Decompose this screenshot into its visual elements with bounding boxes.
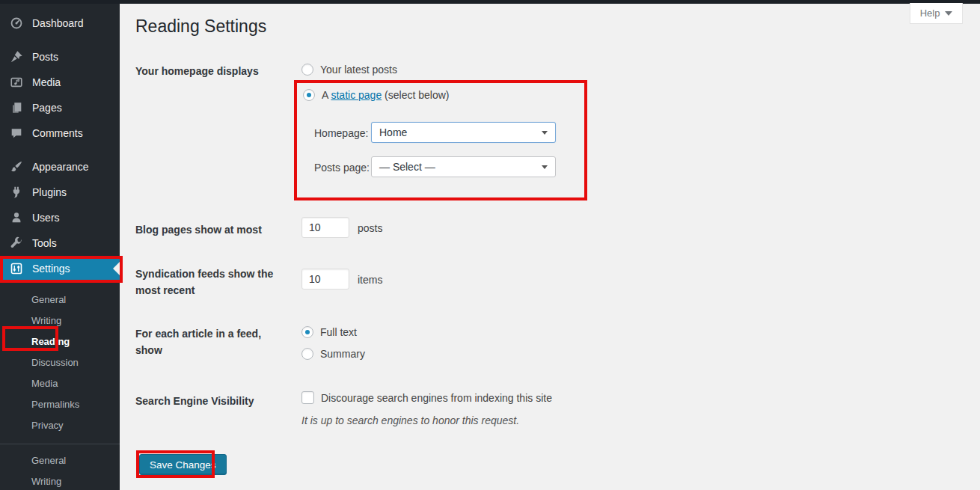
sidebar-item-label: Comments <box>32 127 83 139</box>
comment-bubble-icon <box>10 126 23 140</box>
submenu-item-writing-2[interactable]: Writing <box>0 471 120 490</box>
sidebar-item-label: Appearance <box>32 161 89 173</box>
submenu-item-discussion[interactable]: Discussion <box>0 352 120 373</box>
paintbrush-icon <box>10 160 23 174</box>
full-text-radio[interactable] <box>301 326 313 338</box>
plug-icon <box>10 186 23 199</box>
discourage-indexing-label: Discourage search engines from indexing … <box>321 392 552 404</box>
submenu-label: Permalinks <box>31 399 79 410</box>
submenu-item-permalinks[interactable]: Permalinks <box>0 393 120 414</box>
help-dropdown-button[interactable]: Help <box>910 3 963 24</box>
submenu-label: Writing <box>31 315 61 326</box>
sidebar-item-label: Plugins <box>32 186 67 198</box>
select-caret-icon <box>542 131 548 135</box>
sidebar-item-users[interactable]: Users <box>0 205 120 230</box>
help-label: Help <box>920 7 940 19</box>
syndication-input[interactable] <box>301 269 349 290</box>
sidebar-item-label: Media <box>32 76 61 88</box>
posts-page-select-value: — Select — <box>379 161 435 173</box>
sidebar-item-posts[interactable]: Posts <box>0 44 120 70</box>
latest-posts-label: Your latest posts <box>320 64 397 76</box>
user-icon <box>10 211 23 224</box>
wordpress-admin-screen: Dashboard Posts Media Pages Comments <box>0 0 980 490</box>
sidebar-item-settings[interactable]: Settings <box>0 256 120 281</box>
sidebar-item-label: Settings <box>32 263 70 275</box>
submenu-label: General <box>31 455 66 466</box>
sidebar-item-label: Users <box>32 212 60 224</box>
static-suffix: (select below) <box>382 89 449 101</box>
sidebar-item-label: Tools <box>32 237 57 249</box>
static-page-radio-row: A static page (select below) <box>303 89 449 101</box>
sidebar-item-pages[interactable]: Pages <box>0 95 120 120</box>
homepage-select-label: Homepage: <box>314 127 368 139</box>
sidebar-item-plugins[interactable]: Plugins <box>0 180 120 205</box>
blog-pages-label: Blog pages show at most <box>135 221 281 238</box>
latest-posts-radio[interactable] <box>301 64 313 76</box>
select-caret-icon <box>542 165 548 169</box>
syndication-label: Syndication feeds show the most recent <box>135 266 281 299</box>
sidebar-item-tools[interactable]: Tools <box>0 230 120 256</box>
submenu-label: Writing <box>31 476 61 487</box>
submenu-item-privacy[interactable]: Privacy <box>0 414 120 435</box>
submenu-label: Reading <box>31 336 70 347</box>
homepage-select[interactable]: Home <box>371 122 556 143</box>
dashboard-gauge-icon <box>10 16 23 30</box>
blog-pages-unit: posts <box>358 222 382 234</box>
sidebar-item-comments[interactable]: Comments <box>0 120 120 146</box>
full-text-radio-row: Full text <box>301 326 357 338</box>
sidebar-item-appearance[interactable]: Appearance <box>0 154 120 180</box>
sidebar-divider <box>0 444 120 444</box>
summary-label: Summary <box>320 348 365 360</box>
discourage-indexing-checkbox[interactable] <box>301 391 314 404</box>
submenu-label: Media <box>31 378 58 389</box>
pages-icon <box>10 101 23 114</box>
latest-posts-radio-row: Your latest posts <box>301 64 397 76</box>
static-prefix: A <box>322 89 331 101</box>
posts-page-select[interactable]: — Select — <box>371 156 556 177</box>
search-visibility-label: Search Engine Visibility <box>135 393 281 409</box>
admin-topbar <box>0 0 980 4</box>
static-page-radio[interactable] <box>303 89 315 101</box>
homepage-displays-label: Your homepage displays <box>135 63 281 79</box>
submenu-item-reading[interactable]: Reading <box>0 331 120 352</box>
submenu-item-media[interactable]: Media <box>0 373 120 393</box>
admin-sidebar: Dashboard Posts Media Pages Comments <box>0 4 120 490</box>
homepage-select-value: Home <box>379 126 407 138</box>
blog-pages-input[interactable] <box>301 217 349 238</box>
full-text-label: Full text <box>320 326 357 338</box>
pushpin-icon <box>10 50 23 64</box>
sidebar-item-dashboard[interactable]: Dashboard <box>0 10 120 36</box>
summary-radio[interactable] <box>301 348 313 360</box>
discourage-indexing-row: Discourage search engines from indexing … <box>301 391 552 404</box>
wrench-icon <box>10 236 23 250</box>
submenu-label: General <box>31 294 66 305</box>
chevron-down-icon <box>945 11 952 16</box>
submenu-item-general[interactable]: General <box>0 289 120 310</box>
media-icon <box>10 76 23 89</box>
sidebar-item-label: Posts <box>32 51 58 63</box>
submenu-label: Privacy <box>31 420 64 431</box>
active-menu-arrow <box>113 262 120 275</box>
syndication-unit: items <box>358 274 382 286</box>
submenu-label: Discussion <box>31 357 79 368</box>
sidebar-item-media[interactable]: Media <box>0 70 120 95</box>
search-visibility-note: It is up to search engines to honor this… <box>301 414 519 426</box>
sidebar-item-label: Pages <box>32 102 62 114</box>
static-page-link[interactable]: static page <box>331 89 382 101</box>
save-changes-button[interactable]: Save Changes <box>139 454 227 475</box>
summary-radio-row: Summary <box>301 348 365 360</box>
settings-sliders-icon <box>10 262 23 275</box>
posts-page-select-label: Posts page: <box>314 162 370 174</box>
static-page-label: A static page (select below) <box>322 89 449 101</box>
feed-article-label: For each article in a feed, show <box>135 325 281 359</box>
submenu-item-writing[interactable]: Writing <box>0 310 120 331</box>
submenu-item-general-2[interactable]: General <box>0 450 120 471</box>
page-title: Reading Settings <box>135 16 266 37</box>
sidebar-item-label: Dashboard <box>32 17 84 29</box>
